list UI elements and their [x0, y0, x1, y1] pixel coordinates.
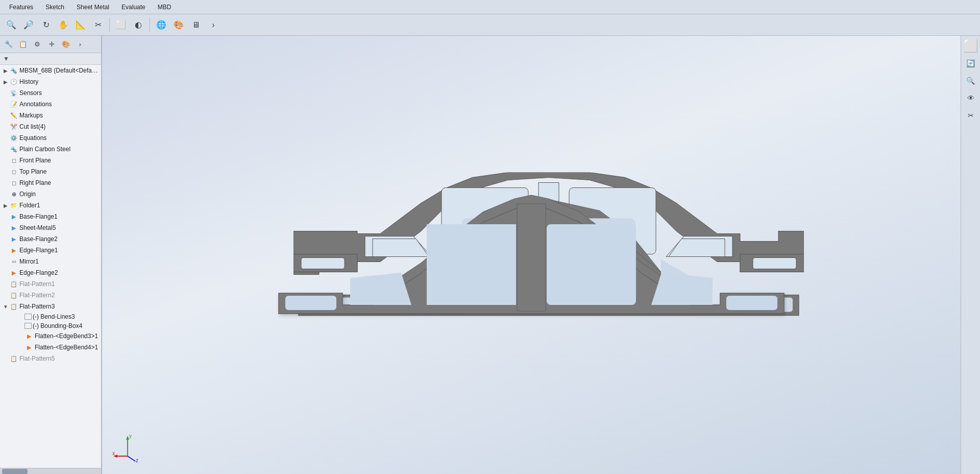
tree-item-mirror1[interactable]: ⇔ Mirror1 — [0, 256, 101, 267]
bf1-expand-arrow[interactable] — [2, 213, 9, 220]
fp5-expand-arrow[interactable] — [2, 355, 9, 362]
ef2-icon: ▶ — [9, 268, 18, 277]
bf2-icon: ▶ — [9, 234, 18, 244]
menu-sheet-metal[interactable]: Sheet Metal — [71, 3, 114, 12]
material-label: Plain Carbon Steel — [19, 146, 99, 153]
display-manager-icon[interactable]: ✛ — [45, 38, 58, 51]
fp1-label: Flat-Pattern1 — [19, 280, 99, 288]
tree-item-annotations[interactable]: 📝 Annotations — [0, 99, 101, 110]
viewport[interactable]: y x z — [102, 36, 961, 474]
menu-features[interactable]: Features — [4, 3, 38, 12]
tree-item-edge-flange2[interactable]: ▶ Edge-Flange2 — [0, 267, 101, 278]
fp3-expand-arrow[interactable]: ▼ — [2, 303, 9, 310]
tree-item-sheet-metal5[interactable]: ▶ Sheet-Metal5 — [0, 222, 101, 233]
feb4-expand-arrow[interactable] — [17, 344, 24, 351]
origin-expand-arrow[interactable] — [2, 191, 9, 198]
menu-sketch[interactable]: Sketch — [40, 3, 69, 12]
fp2-expand-arrow[interactable] — [2, 292, 9, 299]
ef1-expand-arrow[interactable] — [2, 247, 9, 254]
appearance-icon[interactable]: ◐ — [130, 17, 146, 33]
tree-item-base-flange1[interactable]: ▶ Base-Flange1 — [0, 211, 101, 222]
bb4-expand-arrow[interactable] — [17, 322, 24, 329]
feature-manager-icon[interactable]: 🔧 — [2, 38, 15, 51]
heads-up-view-icon[interactable]: 🔄 — [963, 55, 979, 72]
tree-item-equations[interactable]: ⚙️ Equations — [0, 132, 101, 144]
section-view-icon[interactable]: ✂ — [90, 17, 106, 33]
tree-horizontal-scrollbar[interactable] — [0, 468, 101, 474]
tree-item-flat-pattern5[interactable]: 📋 Flat-Pattern5 — [0, 353, 101, 364]
mirror1-expand-arrow[interactable] — [2, 258, 9, 265]
sm5-expand-arrow[interactable] — [2, 224, 9, 231]
tree-item-folder1[interactable]: ▶ 📁 Folder1 — [0, 200, 101, 211]
tree-content[interactable]: ▶ 🕐 History 📡 Sensors 📝 Annotations ✏️ M… — [0, 76, 101, 468]
tree-item-flatten-eb3[interactable]: ▶ Flatten-<EdgeBend3>1 — [0, 330, 101, 342]
sensors-expand-arrow[interactable] — [2, 89, 9, 97]
fp1-icon: 📋 — [9, 279, 18, 289]
more-icon[interactable]: › — [205, 17, 222, 33]
tree-item-right-plane[interactable]: ◻ Right Plane — [0, 177, 101, 188]
material-expand-arrow[interactable] — [2, 146, 9, 153]
fp1-expand-arrow[interactable] — [2, 280, 9, 288]
tree-item-sensors[interactable]: 📡 Sensors — [0, 87, 101, 99]
tree-item-flat-pattern1[interactable]: 📋 Flat-Pattern1 — [0, 278, 101, 290]
property-manager-icon[interactable]: 📋 — [16, 38, 30, 51]
zoom-icon[interactable]: 🔎 — [20, 17, 37, 33]
config-manager-icon[interactable]: ⚙ — [31, 38, 44, 51]
fp3-label: Flat-Pattern3 — [19, 303, 99, 310]
view-box-icon[interactable]: ⬜ — [113, 17, 129, 33]
bf2-label: Base-Flange2 — [19, 235, 99, 243]
tree-root[interactable]: ▶ 🔩 MBSM_68B (Default<Default>_PhotoV — [0, 65, 101, 76]
ef2-expand-arrow[interactable] — [2, 269, 9, 276]
tree-item-top-plane[interactable]: ◻ Top Plane — [0, 166, 101, 177]
measure-icon[interactable]: 📐 — [72, 17, 89, 33]
root-expand-arrow[interactable]: ▶ — [2, 67, 9, 74]
display-settings-icon[interactable]: 🖥 — [188, 17, 204, 33]
tree-item-base-flange2[interactable]: ▶ Base-Flange2 — [0, 233, 101, 245]
tree-item-front-plane[interactable]: ◻ Front Plane — [0, 155, 101, 166]
bl3-expand-arrow[interactable] — [17, 313, 24, 320]
tree-item-bounding-box4[interactable]: (-) Bounding-Box4 — [0, 321, 101, 330]
tree-item-bend-lines3[interactable]: (-) Bend-Lines3 — [0, 312, 101, 321]
folder1-icon: 📁 — [9, 201, 18, 210]
tree-item-flat-pattern3[interactable]: ▼ 📋 Flat-Pattern3 — [0, 301, 101, 312]
menu-evaluate[interactable]: Evaluate — [116, 3, 151, 12]
bb4-icon — [24, 323, 32, 329]
tree-item-origin[interactable]: ⊕ Origin — [0, 188, 101, 200]
globe-icon[interactable]: 🌐 — [153, 17, 169, 33]
search-icon[interactable]: 🔍 — [3, 17, 19, 33]
folder1-expand-arrow[interactable]: ▶ — [2, 202, 9, 209]
filter-icon[interactable]: ▼ — [3, 55, 9, 62]
front-plane-label: Front Plane — [19, 157, 99, 164]
cut-list-expand-arrow[interactable] — [2, 123, 9, 130]
tree-item-material[interactable]: 🔩 Plain Carbon Steel — [0, 144, 101, 155]
history-expand-arrow[interactable]: ▶ — [2, 78, 9, 85]
view-cube-icon[interactable]: ⬜ — [963, 38, 979, 54]
tree-item-flatten-eb4[interactable]: ▶ Flatten-<EdgeBend4>1 — [0, 342, 101, 353]
tree-item-history[interactable]: ▶ 🕐 History — [0, 76, 101, 87]
pan-icon[interactable]: ✋ — [55, 17, 71, 33]
top-plane-expand-arrow[interactable] — [2, 168, 9, 175]
svg-rect-14 — [726, 296, 777, 310]
markups-expand-arrow[interactable] — [2, 112, 9, 119]
rotate-icon[interactable]: ↻ — [38, 17, 54, 33]
display-style-icon[interactable]: 👁 — [963, 90, 979, 106]
section-view-icon2[interactable]: ✂ — [963, 107, 979, 124]
more-tree-icon[interactable]: › — [74, 38, 87, 51]
equations-expand-arrow[interactable] — [2, 134, 9, 141]
front-plane-expand-arrow[interactable] — [2, 157, 9, 164]
tree-item-edge-flange1[interactable]: ▶ Edge-Flange1 — [0, 245, 101, 256]
feb3-expand-arrow[interactable] — [17, 333, 24, 340]
annotations-expand-arrow[interactable] — [2, 101, 9, 108]
right-plane-label: Right Plane — [19, 179, 99, 186]
appearances-icon[interactable]: 🎨 — [59, 38, 72, 51]
zoom-fit-icon[interactable]: 🔍 — [963, 73, 979, 89]
tree-item-markups[interactable]: ✏️ Markups — [0, 110, 101, 121]
right-plane-icon: ◻ — [9, 178, 18, 187]
right-plane-expand-arrow[interactable] — [2, 179, 9, 186]
menu-mbd[interactable]: MBD — [153, 3, 177, 12]
tree-item-cut-list[interactable]: ✂️ Cut list(4) — [0, 121, 101, 132]
render-icon[interactable]: 🎨 — [170, 17, 187, 33]
bf2-expand-arrow[interactable] — [2, 235, 9, 243]
feb3-icon: ▶ — [24, 331, 34, 341]
tree-item-flat-pattern2[interactable]: 📋 Flat-Pattern2 — [0, 290, 101, 301]
